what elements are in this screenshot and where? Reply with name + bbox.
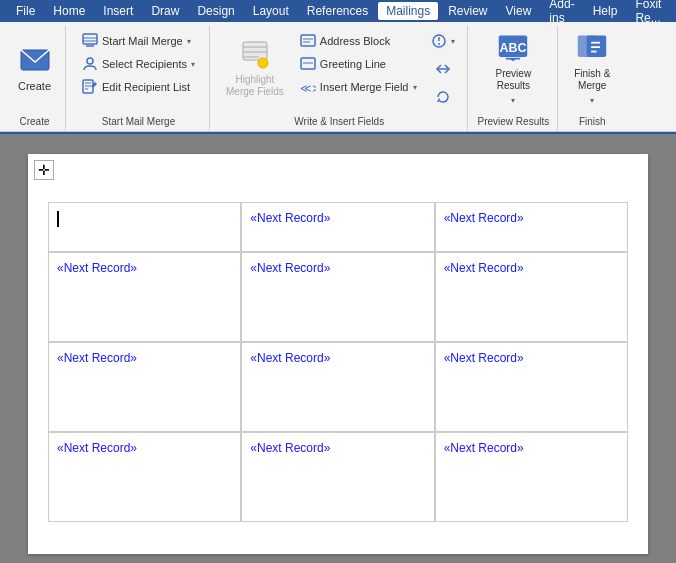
highlight-merge-fields-label: HighlightMerge Fields bbox=[226, 74, 284, 98]
document-area[interactable]: ✛ «Next Record» «Next Record» «Next Reco… bbox=[0, 134, 676, 563]
edit-recipient-list-button[interactable]: Edit Recipient List bbox=[76, 76, 201, 98]
label-cell-0-2: «Next Record» bbox=[435, 202, 628, 252]
insert-merge-field-arrow: ▾ bbox=[413, 83, 417, 92]
move-handle[interactable]: ✛ bbox=[34, 160, 54, 180]
preview-results-group: ABC PreviewResults ▾ Preview Results bbox=[470, 26, 559, 131]
label-cell-1-2: «Next Record» bbox=[435, 252, 628, 342]
preview-results-icon: ABC bbox=[497, 32, 529, 64]
svg-point-14 bbox=[258, 58, 268, 68]
menu-bar: File Home Insert Draw Design Layout Refe… bbox=[0, 0, 676, 22]
create-group-label: Create bbox=[20, 114, 50, 131]
start-mail-merge-icon bbox=[82, 33, 98, 49]
finish-merge-button[interactable]: Finish &Merge ▾ bbox=[568, 30, 616, 106]
write-insert-group-label: Write & Insert Fields bbox=[294, 114, 384, 131]
create-button[interactable]: Create bbox=[12, 30, 57, 106]
address-block-button[interactable]: Address Block bbox=[294, 30, 423, 52]
write-insert-group: HighlightMerge Fields Address Block bbox=[212, 26, 467, 131]
label-grid: «Next Record» «Next Record» «Next Record… bbox=[48, 202, 628, 522]
write-insert-small-col: Address Block Greeting Line ≪≫ bbox=[294, 30, 423, 98]
finish-merge-label: Finish &Merge bbox=[574, 68, 610, 92]
finish-group: Finish &Merge ▾ Finish bbox=[560, 26, 624, 131]
merge-field-3-0: «Next Record» bbox=[57, 441, 137, 455]
menu-view[interactable]: View bbox=[498, 2, 540, 20]
menu-add-ins[interactable]: Add-ins bbox=[541, 0, 582, 27]
select-recipients-button[interactable]: Select Recipients ▾ bbox=[76, 53, 201, 75]
label-cell-2-2: «Next Record» bbox=[435, 342, 628, 432]
menu-references[interactable]: References bbox=[299, 2, 376, 20]
menu-file[interactable]: File bbox=[8, 2, 43, 20]
insert-merge-field-button[interactable]: ≪≫ Insert Merge Field ▾ bbox=[294, 76, 423, 98]
menu-home[interactable]: Home bbox=[45, 2, 93, 20]
label-cell-3-2: «Next Record» bbox=[435, 432, 628, 522]
create-group: Create Create bbox=[4, 26, 66, 131]
start-mail-merge-arrow: ▾ bbox=[187, 37, 191, 46]
svg-text:ABC: ABC bbox=[500, 40, 527, 54]
menu-help[interactable]: Help bbox=[585, 2, 626, 20]
merge-field-1-1: «Next Record» bbox=[250, 261, 330, 275]
menu-foxit[interactable]: Foxit Re... bbox=[627, 0, 669, 27]
svg-rect-30 bbox=[587, 35, 607, 56]
rules-button[interactable]: ▾ bbox=[427, 30, 459, 52]
label-cell-2-1: «Next Record» bbox=[241, 342, 434, 432]
finish-merge-icon bbox=[576, 32, 608, 64]
preview-results-label: PreviewResults bbox=[496, 68, 532, 92]
text-cursor bbox=[57, 211, 59, 227]
merge-field-1-2: «Next Record» bbox=[444, 261, 524, 275]
menu-design[interactable]: Design bbox=[189, 2, 242, 20]
highlight-merge-fields-icon bbox=[239, 38, 271, 70]
label-cell-3-1: «Next Record» bbox=[241, 432, 434, 522]
menu-draw[interactable]: Draw bbox=[143, 2, 187, 20]
start-mail-merge-col: Start Mail Merge ▾ Select Recipients ▾ bbox=[76, 30, 201, 98]
insert-merge-field-icon: ≪≫ bbox=[300, 79, 316, 95]
match-fields-icon bbox=[435, 61, 451, 77]
svg-point-23 bbox=[438, 43, 440, 45]
merge-field-2-1: «Next Record» bbox=[250, 351, 330, 365]
select-recipients-icon bbox=[82, 56, 98, 72]
greeting-line-label: Greeting Line bbox=[320, 58, 386, 70]
svg-rect-1 bbox=[83, 34, 97, 44]
start-mail-merge-label: Start Mail Merge bbox=[102, 35, 183, 47]
highlight-merge-fields-button[interactable]: HighlightMerge Fields bbox=[220, 30, 290, 106]
merge-field-2-2: «Next Record» bbox=[444, 351, 524, 365]
merge-field-3-2: «Next Record» bbox=[444, 441, 524, 455]
create-icon bbox=[19, 44, 51, 76]
merge-field-1-0: «Next Record» bbox=[57, 261, 137, 275]
match-fields-button[interactable] bbox=[427, 58, 459, 80]
menu-insert[interactable]: Insert bbox=[95, 2, 141, 20]
finish-merge-arrow: ▾ bbox=[590, 96, 594, 105]
label-cell-1-1: «Next Record» bbox=[241, 252, 434, 342]
write-insert-content: HighlightMerge Fields Address Block bbox=[220, 30, 458, 114]
label-cell-1-0: «Next Record» bbox=[48, 252, 241, 342]
create-label: Create bbox=[18, 80, 51, 92]
create-group-content: Create bbox=[12, 30, 57, 114]
rules-icon bbox=[431, 33, 447, 49]
write-insert-extra-col: ▾ bbox=[427, 30, 459, 108]
merge-field-0-2: «Next Record» bbox=[444, 211, 524, 225]
edit-recipient-list-icon bbox=[82, 79, 98, 95]
greeting-line-button[interactable]: Greeting Line bbox=[294, 53, 423, 75]
merge-field-3-1: «Next Record» bbox=[250, 441, 330, 455]
start-mail-merge-content: Start Mail Merge ▾ Select Recipients ▾ bbox=[76, 30, 201, 114]
update-labels-icon bbox=[435, 89, 451, 105]
label-cell-3-0: «Next Record» bbox=[48, 432, 241, 522]
rules-arrow: ▾ bbox=[451, 37, 455, 46]
ribbon: Create Create Start Mail Merge bbox=[0, 22, 676, 132]
svg-marker-28 bbox=[510, 58, 517, 61]
finish-group-label: Finish bbox=[579, 114, 606, 131]
address-block-icon bbox=[300, 33, 316, 49]
preview-results-button[interactable]: ABC PreviewResults ▾ bbox=[490, 30, 538, 106]
svg-point-5 bbox=[87, 58, 93, 64]
menu-review[interactable]: Review bbox=[440, 2, 495, 20]
label-cell-0-0 bbox=[48, 202, 241, 252]
label-cell-2-0: «Next Record» bbox=[48, 342, 241, 432]
start-mail-merge-button[interactable]: Start Mail Merge ▾ bbox=[76, 30, 201, 52]
greeting-line-icon bbox=[300, 56, 316, 72]
svg-rect-15 bbox=[301, 35, 315, 46]
menu-layout[interactable]: Layout bbox=[245, 2, 297, 20]
start-mail-merge-group: Start Mail Merge ▾ Select Recipients ▾ bbox=[68, 26, 210, 131]
preview-results-group-label: Preview Results bbox=[478, 114, 550, 131]
merge-field-2-0: «Next Record» bbox=[57, 351, 137, 365]
menu-mailings[interactable]: Mailings bbox=[378, 2, 438, 20]
update-labels-button[interactable] bbox=[427, 86, 459, 108]
finish-content: Finish &Merge ▾ bbox=[568, 30, 616, 114]
